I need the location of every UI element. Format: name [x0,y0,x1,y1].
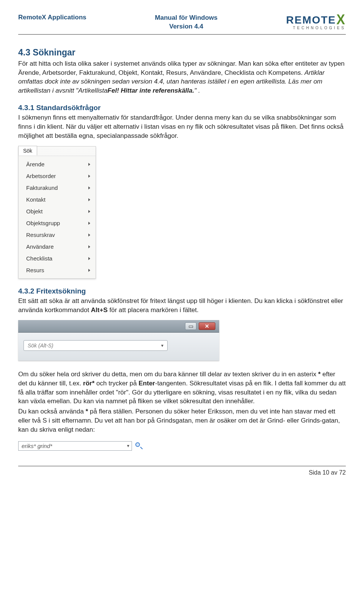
logo-x-icon: X [336,12,346,26]
menu-item-arende[interactable]: Ärende [19,158,96,170]
chevron-right-icon [88,269,90,272]
para-text: Om du söker hela ord skriver du detta, m… [18,371,318,378]
chevron-right-icon [88,222,90,225]
small-search-input[interactable]: eriks* grind* ▾ [18,441,132,451]
menu-item-kontakt[interactable]: Kontakt [19,194,96,205]
header-rule [18,34,346,35]
para-4-3-end: " . [194,87,200,94]
para-4-3-bold: Fel! Hittar inte referenskälla. [108,87,195,94]
search-window-screenshot: ▭ ✕ Sök (Alt-S) ▾ [18,320,219,361]
search-icon[interactable] [135,442,143,450]
header-title: Manual för Windows [155,14,218,22]
menu-item-label: Arbetsorder [26,173,56,179]
menu-item-fakturakund[interactable]: Fakturakund [19,182,96,194]
menu-item-resurs[interactable]: Resurs [19,264,96,276]
para-4-3-2c: Du kan också använda * på flera ställen.… [18,407,346,434]
close-button[interactable]: ✕ [199,322,215,330]
header-version: Version 4.4 [155,22,218,31]
chevron-right-icon [88,163,90,166]
menu-item-label: Resurs [26,267,44,273]
maximize-button[interactable]: ▭ [185,322,196,330]
page-footer: Sida 10 av 72 [18,469,346,476]
para-text: Du kan också använda [18,408,86,415]
para-text: och trycker på [94,380,138,387]
menu-item-objektsgrupp[interactable]: Objektsgrupp [19,217,96,229]
small-search-screenshot: eriks* grind* ▾ [18,441,346,451]
para-bold: * [318,371,321,378]
chevron-right-icon [88,257,90,260]
dropdown-icon[interactable]: ▾ [127,443,129,448]
para-bold: Enter [139,380,155,387]
para-text: för att placera markören i fältet. [108,306,199,314]
footer-rule [18,466,346,466]
heading-4-3-1: 4.3.1 Standardsökfrågor [18,104,346,112]
menu-item-label: Användare [26,243,54,250]
chevron-right-icon [88,245,90,248]
menu-item-label: Objekt [26,208,42,215]
heading-4-3: 4.3 Sökningar [18,47,346,58]
para-4-3: För att hitta och lista olika saker i sy… [18,59,346,95]
chevron-right-icon [88,210,90,213]
search-input[interactable]: Sök (Alt-S) ▾ [24,340,168,351]
chevron-right-icon [88,186,90,189]
logo-main: REMOTE [286,15,336,25]
para-bold: Alt+S [91,306,108,314]
page-header: RemoteX Applications Manual för Windows … [18,14,346,31]
menu-item-objekt[interactable]: Objekt [19,205,96,217]
chevron-right-icon [88,175,90,178]
dropdown-icon[interactable]: ▾ [160,343,165,348]
para-4-3-2b: Om du söker hela ord skriver du detta, m… [18,370,346,406]
para-bold: rör* [83,380,94,387]
chevron-right-icon [88,234,90,237]
para-4-3-text: För att hitta och lista olika saker i sy… [18,60,345,76]
menu-item-label: Fakturakund [26,185,58,191]
menu-item-label: Objektsgrupp [26,220,60,226]
chevron-right-icon [88,198,90,201]
para-4-3-2a: Ett sätt att söka är att använda sökföns… [18,297,346,315]
logo: REMOTE X TECHNOLOGIES [286,14,346,30]
header-center: Manual för Windows Version 4.4 [155,14,218,31]
menu-item-resurskrav[interactable]: Resurskrav [19,229,96,241]
menu-item-label: Ärende [26,161,44,167]
para-4-3-1: I sökmenyn finns ett menyalternativ för … [18,113,346,140]
small-search-value: eriks* grind* [22,443,52,449]
menu-item-arbetsorder[interactable]: Arbetsorder [19,170,96,182]
search-menu-screenshot: Sök Ärende Arbetsorder Fakturakund Konta… [18,146,96,279]
menu-item-anvandare[interactable]: Användare [19,241,96,252]
menu-item-checklista[interactable]: Checklista [19,252,96,264]
header-left: RemoteX Applications [18,14,86,21]
menu-item-label: Kontakt [26,196,46,203]
search-placeholder: Sök (Alt-S) [28,342,160,349]
heading-4-3-2: 4.3.2 Fritextsökning [18,287,346,295]
menu-tab-sok[interactable]: Sök [18,146,37,155]
titlebar: ▭ ✕ [18,320,219,333]
menu-item-label: Resurskrav [26,232,55,238]
menu-item-label: Checklista [26,255,52,262]
